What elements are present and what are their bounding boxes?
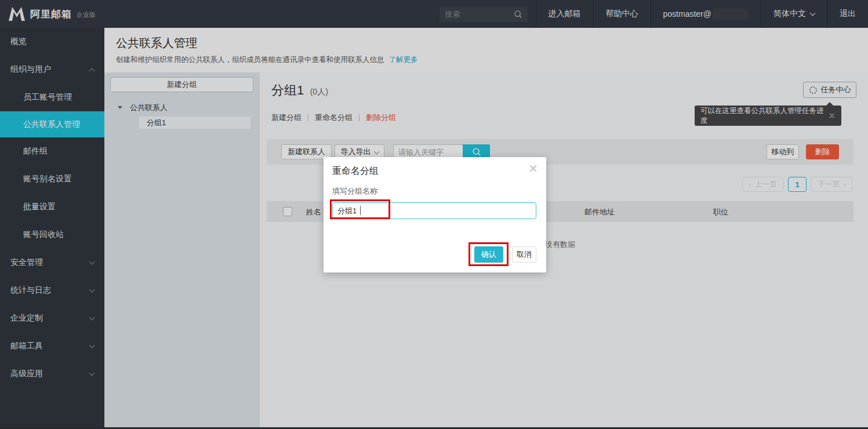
text-cursor bbox=[360, 206, 361, 215]
group-name-input[interactable] bbox=[332, 202, 536, 219]
group-name-label: 填写分组名称 bbox=[332, 186, 377, 197]
rename-group-modal: 重命名分组 ✕ 填写分组名称 确认 取消 bbox=[324, 157, 546, 272]
confirm-button[interactable]: 确认 bbox=[474, 246, 503, 263]
close-icon[interactable]: ✕ bbox=[528, 163, 538, 174]
modal-title: 重命名分组 bbox=[332, 165, 379, 177]
app-window: 阿里邮箱 企业版 进入邮箱 帮助中心 postmaster@ 简体中文 bbox=[0, 0, 868, 429]
cancel-button[interactable]: 取消 bbox=[512, 246, 536, 263]
